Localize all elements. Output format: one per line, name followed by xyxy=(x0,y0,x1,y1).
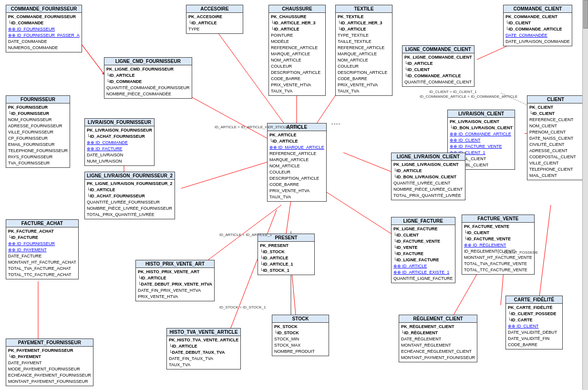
field-carte_fidelite-3: ⊕⊕ ID_CLIENT xyxy=(508,323,560,329)
field-client-5: DATE_NAISS_CLIENT xyxy=(529,135,582,142)
svg-line-10 xyxy=(286,200,291,234)
field-ligne_facture-4: └ID_FACTURE xyxy=(393,251,453,257)
field-ligne_livraison_fournisseur_2-1: └ID_ARTICLE xyxy=(87,187,173,193)
field-textile-7: NOM_ARTICLE xyxy=(338,57,390,63)
table-header-facture_vente: FACTURE_VENTE xyxy=(462,215,534,223)
field-chaussure-3: POINTURE xyxy=(271,32,323,39)
field-fournisseur-7: TELEPHONE_FOURNISSEUR xyxy=(8,148,68,154)
field-livraison_fournisseur-3: ⊕⊕ ID_FACTURE xyxy=(87,146,152,152)
table-body-facture_achat: PK_FACTURE_ACHAT└ID_FACTURE⊕⊕ ID_FOURNIS… xyxy=(6,227,78,279)
field-ligne_commande_client-0: PK_LIGNE_COMMANDE_CLIENT xyxy=(404,54,472,61)
field-ligne_cmd_fournisseur-2: └ID_COMMANDE xyxy=(106,79,190,85)
field-reglement_client-0: PK_RÈGLEMENT_CLIENT xyxy=(401,324,475,330)
field-histo_prix_vente_art-1: └ID_ARTICLE xyxy=(138,275,212,281)
table-body-carte_fidelite: PK_CARTE_FIDÉLITÉ└ID_CLIENT_POSSEDE└ID_C… xyxy=(506,304,562,349)
field-facture_achat-7: TOTAL_TTC_FACTURE_ACHAT xyxy=(8,272,76,278)
field-facture_vente-3: ⊕⊕ ID_RÈGLEMENT xyxy=(464,242,532,248)
field-stock-4: NOMBRE_PRODUIT xyxy=(274,349,327,355)
field-fournisseur-9: TVA_FOURNISSEUR xyxy=(8,160,68,166)
table-body-commande_fournisseur: PK_COMMANDE_FOURNISSEUR└ID_COMMANDE⊕⊕ ID… xyxy=(6,13,82,52)
field-article-5: NOM_ARTICLE xyxy=(269,163,324,169)
field-chaussure-2: └ID_ARTICLE xyxy=(271,26,323,32)
field-fournisseur-4: VILLE_FOURNISSEUR xyxy=(8,129,68,135)
field-reglement_client-5: MONTANT_PAYMENT_FOUNISSEUR xyxy=(401,355,475,361)
table-body-histo_prix_vente_art: PK_HISTO_PRIX_VENTE_ART└ID_ARTICLE└DATE_… xyxy=(136,268,214,301)
table-body-livraison_fournisseur: PK_LIVRAISON_FOURNISSEUR└ID_ACHAT_FOURNI… xyxy=(85,126,154,165)
field-textile-2: └ID_ARTICLE xyxy=(338,26,390,32)
field-payement_fournisseur-4: ECHÉANCE_PAYEMENT_FOURNISSEUR xyxy=(8,372,91,379)
field-textile-3: TYPE_TEXTILE xyxy=(338,32,390,39)
field-ligne_livraison_client-2: └ID_BON_LIVRAISON_CLIENT xyxy=(393,174,463,180)
field-ligne_livraison_client-1: └ID_ARTICLE xyxy=(393,168,463,174)
field-fournisseur-8: PAYS_FOURNISSEUR xyxy=(8,154,68,160)
field-commande_fournisseur-1: └ID_COMMANDE xyxy=(8,20,80,26)
table-ligne_facture: LIGNE_FACTUREPK_LIGNE_FACTURE└ID_CLIENT└… xyxy=(391,217,455,283)
field-client-6: CIVILITÉ_CLIENT xyxy=(529,142,582,148)
table-header-accesoire: ACCESOIRE xyxy=(186,5,243,13)
field-facture_vente-0: PK_FACTURE_VENTE xyxy=(464,224,532,230)
field-ligne_cmd_fournisseur-1: └ID_ARTICLE xyxy=(106,72,190,79)
field-livraison_fournisseur-1: └ID_ACHAT_FOURNISSEUR xyxy=(87,133,152,140)
table-header-stock: STOCK xyxy=(272,315,329,323)
table-header-commande_fournisseur: COMMANDE_FOURNISSEUR xyxy=(6,5,82,13)
field-payement_fournisseur-5: MONTANT_PAYEMENT_FOURNISSEUR xyxy=(8,379,91,385)
table-facture_achat: FACTURE_ACHATPK_FACTURE_ACHAT└ID_FACTURE… xyxy=(6,219,79,279)
field-ligne_livraison_client-4: NOMBRE_PIÈCE_LIVRÉE_CLIENT xyxy=(393,186,463,193)
field-accesoire-1: └ID_ARTICLE xyxy=(188,20,241,26)
svg-line-0 xyxy=(79,41,104,74)
field-reglement_client-2: DATE_RÈGLEMENT xyxy=(401,336,475,342)
field-ligne_facture-1: └ID_CLIENT xyxy=(393,232,453,238)
table-ligne_cmd_fournisseur: LIGNE_CMD_FOURNISSEURPK_LIGNE_CMD_FOURNI… xyxy=(104,57,192,99)
table-header-histo_tva_vente_article: HISTO_TVA_VENTE_ARTICLE xyxy=(167,328,240,336)
field-fournisseur-3: ADRESSE_FOURNISSEUR xyxy=(8,123,68,129)
annotation-4: ID_COMMANDE_ARTICLE = ID_COMMANDE_ARTICL… xyxy=(420,94,517,99)
field-commande_fournisseur-2: ⊕⊕ ID_FOURNISSEUR xyxy=(8,26,80,32)
field-textile-9: DESCRIPTION_ARTICLE xyxy=(338,70,390,76)
table-header-ligne_cmd_fournisseur: LIGNE_CMD_FOURNISSEUR xyxy=(104,58,192,65)
field-ligne_livraison_fournisseur_2-4: NOMBRE_PIÈCE_LIVRÉE_FOURNISSEUR xyxy=(87,205,173,212)
scrollbar[interactable] xyxy=(582,0,588,390)
field-textile-12: TAUX_TVA xyxy=(338,88,390,94)
field-carte_fidelite-5: DATE_VALIDITÉ_FIN xyxy=(508,336,560,342)
field-client-3: NOM_CLIENT xyxy=(529,123,582,129)
field-ligne_livraison_fournisseur_2-2: └ID_ACHAT_FOURNISSEUR xyxy=(87,193,173,199)
field-chaussure-6: MARQUE_ARTICLE xyxy=(271,51,323,57)
table-body-ligne_facture: PK_LIGNE_FACTURE└ID_CLIENT└ID_FACTURE_VE… xyxy=(392,225,455,283)
table-body-client: PK_CLIENT└ID_CLIENTREFERENCE_CLIENTNOM_C… xyxy=(527,103,584,180)
field-client-4: PRENOM_CLIENT xyxy=(529,129,582,135)
table-article: ARTICLEPK_ARTICLE└ID_ARTICLE⊕⊕ ID_MARQUE… xyxy=(267,123,327,202)
table-header-ligne_commande_client: LIGNE_COMMANDE_CLIENT xyxy=(402,46,474,53)
field-ligne_cmd_fournisseur-4: NOMBRE_PIÈCE_COMMANDÉE xyxy=(106,91,190,97)
field-stock-3: STOCK_MAX xyxy=(274,342,327,349)
field-facture_achat-4: DATE_FACTURE xyxy=(8,253,76,259)
field-ligne_commande_client-4: QUANTITÉ_COMMANDÉ_CLIENT xyxy=(404,79,472,85)
field-client-10: TELEPHONE_CLIENT xyxy=(529,166,582,173)
svg-line-7 xyxy=(181,162,267,188)
field-commande_client-0: PK_COMMANDE_CLIENT xyxy=(505,14,570,20)
field-client-7: ADRESSE_CLIENT xyxy=(529,148,582,154)
field-textile-11: PRIX_VENTE_HTVA xyxy=(338,82,390,88)
field-article-7: DESCRIPTION_ARTICLE xyxy=(269,175,324,182)
field-commande_client-2: └ID_COMMANDE_ARTICLE xyxy=(505,26,570,32)
field-article-0: PK_ARTICLE xyxy=(269,132,324,138)
field-facture_vente-5: MONTANT_HT_FACTURE_VENTE xyxy=(464,255,532,261)
field-present-4: └ID_STOCK_1 xyxy=(260,267,312,274)
table-body-ligne_commande_client: PK_LIGNE_COMMANDE_CLIENT└ID_ARTICLE└ID_C… xyxy=(402,53,474,86)
field-facture_vente-7: TOTAL_TTC_FACTURE_VENTE xyxy=(464,267,532,273)
field-fournisseur-2: NOM_FOURNISSEUR xyxy=(8,117,68,123)
field-carte_fidelite-1: └ID_CLIENT_POSSEDE xyxy=(508,311,560,317)
table-header-client: CLIENT xyxy=(527,96,584,103)
field-commande_fournisseur-0: PK_COMMANDE_FOURNISSEUR xyxy=(8,14,80,20)
field-histo_tva_vente_article-0: PK_HISTO_TVA_VENTE_ARTICLE xyxy=(169,337,238,343)
field-reglement_client-3: MONTANT_RÈGLEMENT xyxy=(401,342,475,349)
svg-line-8 xyxy=(343,153,391,172)
field-facture_vente-1: └ID_CLIENT xyxy=(464,230,532,236)
field-carte_fidelite-0: PK_CARTE_FIDÉLITÉ xyxy=(508,305,560,311)
field-livraison_client-4: ⊕⊕ ID_FACTURE_VENTE xyxy=(450,144,513,150)
field-reglement_client-1: └ID_RÈGLEMENT xyxy=(401,330,475,336)
annotation-3: ID_CLIENT = ID_CLIENT_1 xyxy=(429,90,477,94)
field-fournisseur-6: EMAIL_FOURNISSEUR xyxy=(8,142,68,148)
scrollbar-thumb[interactable] xyxy=(583,0,588,29)
field-chaussure-5: REFERENCE_ARTICLE xyxy=(271,45,323,51)
table-body-facture_vente: PK_FACTURE_VENTE└ID_CLIENT└ID_FACTURE_VE… xyxy=(462,223,534,274)
